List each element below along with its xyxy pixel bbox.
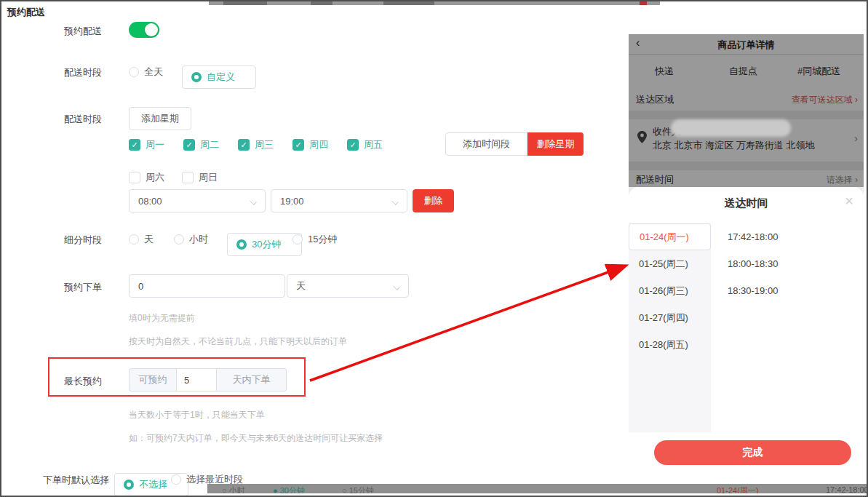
checkbox-thursday[interactable]: ✓ 周四 — [292, 138, 328, 151]
sheet-title: 送达时间 — [629, 196, 864, 210]
checkbox-label: 周日 — [199, 171, 218, 184]
radio-label: 30分钟 — [252, 238, 281, 251]
address-text: 北京 北京市 海淀区 万寿路街道 北领地 — [653, 139, 814, 152]
background-fragment — [640, 1, 647, 5]
advance-hint-2: 按天时为自然天，不论当前几点，只能下明天以后的订单 — [129, 335, 347, 348]
max-booking-label: 最长预约 — [64, 375, 102, 388]
checkbox-sunday[interactable]: 周日 — [182, 171, 218, 184]
delivery-area-label: 送达区域 — [636, 93, 674, 106]
checkbox-saturday[interactable]: 周六 — [129, 171, 164, 184]
period-mode-label: 配送时段 — [64, 66, 102, 79]
toggle-row-label: 预约配送 — [64, 25, 102, 38]
time-slot-1[interactable]: 17:42-18:00 — [728, 223, 778, 250]
radio-custom[interactable]: 自定义 — [182, 65, 256, 89]
scheduled-delivery-settings-window: ○ 小时 ● 30分钟 ○ 15分钟 01-24(周一) 17:42-18:00… — [0, 0, 868, 497]
background-page-bottom-edge: ○ 小时 ● 30分钟 ○ 15分钟 01-24(周一) 17:42-18:00 — [207, 484, 868, 493]
time-from-value: 08:00 — [138, 196, 162, 207]
delivery-area-row[interactable]: 送达区域 查看可送达区域 › — [629, 87, 864, 111]
delivery-time-row[interactable]: 配送时间 请选择 › — [629, 170, 864, 187]
time-list: 17:42-18:00 18:00-18:30 18:30-19:00 — [728, 223, 778, 304]
add-week-button[interactable]: 添加星期 — [129, 107, 191, 130]
checkbox-label: 周六 — [146, 171, 164, 184]
delete-week-button[interactable]: 删除星期 — [527, 132, 584, 156]
max-booking-group: 可预约 天内下单 — [129, 368, 287, 391]
advance-days-input[interactable] — [129, 274, 285, 298]
delete-timeslot-button[interactable]: 删除 — [413, 189, 454, 212]
mobile-header: ‹ 商品订单详情 — [629, 34, 864, 55]
recipient-label: 收件人: — [653, 125, 684, 138]
background-radio-text: ○ 15分钟 — [342, 485, 374, 493]
radio-icon — [129, 234, 139, 244]
add-timeslot-button[interactable]: 添加时间段 — [445, 132, 527, 156]
page-title: 预约配送 — [7, 6, 45, 19]
chevron-right-icon: › — [855, 175, 858, 185]
radio-hour[interactable]: 小时 — [174, 233, 208, 246]
mobile-preview: ‹ 商品订单详情 快递 自提点 #同城配送 送达区域 查看可送达区域 › 收件人… — [629, 34, 864, 482]
mobile-page-title: 商品订单详情 — [629, 39, 864, 52]
checkbox-monday[interactable]: ✓ 周一 — [129, 138, 164, 151]
advance-hint-1: 填0时为无需提前 — [129, 312, 195, 325]
tab-local-delivery[interactable]: #同城配送 — [797, 65, 840, 78]
date-item-0124[interactable]: 01-24(周一) — [629, 223, 711, 250]
radio-label: 15分钟 — [308, 233, 337, 246]
radio-icon — [191, 72, 202, 82]
advance-unit-select[interactable]: 天 — [287, 274, 409, 298]
time-from-select[interactable]: 08:00 — [129, 189, 266, 212]
date-item-0128[interactable]: 01-28(周五) — [629, 331, 711, 358]
background-radio-text: ○ 小时 — [222, 485, 245, 493]
chevron-down-icon — [392, 199, 398, 204]
radio-label: 自定义 — [207, 71, 235, 84]
radio-icon — [124, 480, 134, 490]
date-item-0126[interactable]: 01-26(周三) — [629, 277, 711, 304]
checkbox-label: 周二 — [200, 138, 219, 151]
mobile-tabs: 快递 自提点 #同城配送 — [629, 55, 864, 87]
checkbox-label: 周三 — [255, 138, 274, 151]
radio-30min[interactable]: 30分钟 — [227, 233, 302, 256]
address-row[interactable]: 收件人: 北京 北京市 海淀区 万寿路街道 北领地 › — [629, 119, 864, 162]
max-booking-hint-2: 如：可预约7天内订单，即今天与未来6天的送达时间可让买家选择 — [129, 432, 383, 445]
radio-nearest-slot[interactable]: 选择最近时段 — [171, 473, 243, 486]
granularity-label: 细分时段 — [64, 234, 102, 247]
background-fragment — [311, 1, 333, 5]
checkbox-tuesday[interactable]: ✓ 周二 — [183, 138, 219, 151]
advance-unit-value: 天 — [296, 279, 306, 293]
max-booking-hint-1: 当天数小于等于1时，只能当天下单 — [129, 409, 265, 421]
checkbox-label: 周一 — [146, 138, 164, 151]
link-text: 请选择 — [827, 175, 853, 185]
max-booking-input[interactable] — [176, 368, 217, 391]
radio-label: 天 — [144, 233, 154, 246]
background-page-top-edge — [209, 1, 660, 5]
week-actions: 添加时间段 删除星期 — [445, 132, 584, 156]
week-section-label: 配送时段 — [64, 113, 102, 126]
background-fragment — [223, 1, 267, 5]
date-item-0127[interactable]: 01-27(周四) — [629, 304, 711, 331]
background-radio-text: ● 30分钟 — [273, 485, 305, 493]
checkbox-label: 周四 — [309, 138, 328, 151]
choose-time-link[interactable]: 请选择 › — [827, 174, 858, 186]
checkbox-icon: ✓ — [347, 139, 359, 151]
advance-order-label: 预约下单 — [64, 281, 102, 294]
time-to-select[interactable]: 19:00 — [271, 189, 407, 212]
radio-label: 小时 — [189, 233, 208, 246]
checkbox-icon — [182, 172, 194, 183]
checkbox-icon: ✓ — [183, 139, 195, 151]
radio-15min[interactable]: 15分钟 — [292, 233, 337, 246]
close-icon[interactable]: × — [845, 193, 853, 210]
default-select-label: 下单时默认选择 — [43, 474, 109, 487]
radio-icon — [129, 67, 139, 77]
radio-day[interactable]: 天 — [129, 233, 154, 246]
scheduled-delivery-toggle[interactable] — [129, 22, 159, 38]
time-slot-2[interactable]: 18:00-18:30 — [728, 250, 778, 277]
tab-pickup-point[interactable]: 自提点 — [729, 65, 757, 78]
chevron-down-icon — [394, 284, 399, 290]
checkbox-wednesday[interactable]: ✓ 周三 — [238, 138, 274, 151]
time-slot-3[interactable]: 18:30-19:00 — [728, 277, 778, 304]
checkbox-friday[interactable]: ✓ 周五 — [347, 138, 383, 151]
background-time-text: 17:42-18:00 — [826, 485, 868, 493]
background-date-text: 01-24(周一) — [717, 485, 758, 493]
view-delivery-area-link[interactable]: 查看可送达区域 › — [792, 94, 858, 106]
done-button[interactable]: 完成 — [654, 440, 851, 465]
date-item-0125[interactable]: 01-25(周二) — [629, 250, 711, 277]
radio-all-day[interactable]: 全天 — [129, 65, 163, 79]
tab-express[interactable]: 快递 — [655, 65, 674, 78]
